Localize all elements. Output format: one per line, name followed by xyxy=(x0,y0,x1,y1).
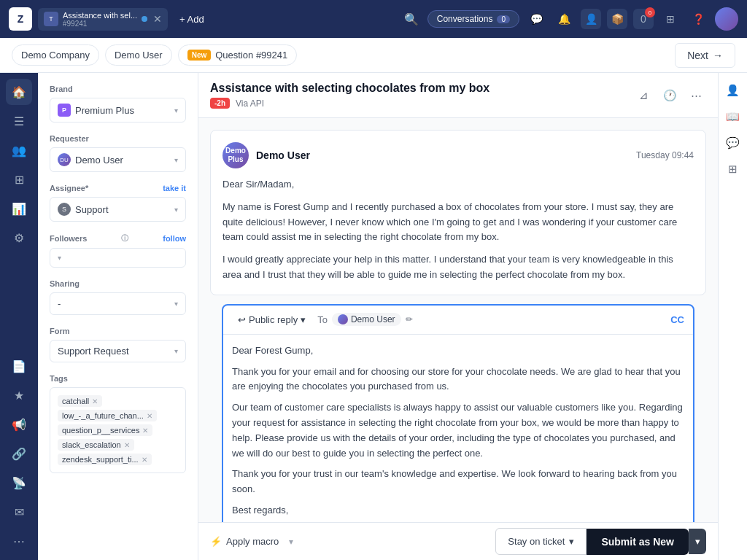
reply-area: ↩ Public reply ▾ To Demo User ✏ CC xyxy=(222,304,694,522)
message-avatar: DemoPlus xyxy=(222,142,249,168)
form-value: Support Request xyxy=(58,346,129,357)
document-icon[interactable]: 📄 xyxy=(6,353,32,379)
reply-greeting: Dear Forest Gump, xyxy=(232,343,684,359)
home-icon[interactable]: 🏠 xyxy=(6,79,32,105)
form-select[interactable]: Support Request ▾ xyxy=(50,340,186,362)
user-profile-icon[interactable]: 👤 xyxy=(721,79,745,102)
grid-icon[interactable]: ⊞ xyxy=(659,8,681,30)
tag-close-icon[interactable]: ✕ xyxy=(142,427,148,435)
tag-item[interactable]: slack_escalation ✕ xyxy=(58,439,134,451)
apply-macro-button[interactable]: ⚡ Apply macro ▾ xyxy=(210,536,495,547)
followers-section: Followers ⓘ follow ▾ xyxy=(50,233,186,268)
requester-select[interactable]: DU Demo User ▾ xyxy=(50,147,186,172)
followers-select[interactable]: ▾ xyxy=(50,248,186,268)
next-button[interactable]: Next → xyxy=(675,43,735,68)
submit-as-new-button[interactable]: Submit as New xyxy=(587,529,689,555)
ticket-tab[interactable]: T Assistance with sel... #99241 ✕ xyxy=(38,8,168,31)
more-options-icon[interactable]: ⋯ xyxy=(686,85,706,106)
tab-subtitle: #99241 xyxy=(63,20,137,28)
message-thread: DemoPlus Demo User Tuesday 09:44 Dear Si… xyxy=(198,118,718,522)
reply-body[interactable]: Dear Forest Gump, Thank you for your ema… xyxy=(223,335,693,522)
requester-section: Requester DU Demo User ▾ xyxy=(50,134,186,172)
ticket-header: Assistance with selecting chocolates fro… xyxy=(198,73,718,118)
help-icon[interactable]: ❓ xyxy=(687,8,709,30)
tag-close-icon[interactable]: ✕ xyxy=(142,456,147,464)
tag-close-icon[interactable]: ✕ xyxy=(147,412,152,420)
edit-recipient-icon[interactable]: ✏ xyxy=(406,314,413,324)
breadcrumb-company[interactable]: Demo Company xyxy=(12,44,99,66)
ticket-area: Assistance with selecting chocolates fro… xyxy=(198,73,718,560)
followers-label: Followers ⓘ follow xyxy=(50,233,186,244)
apps-icon[interactable]: ⊞ xyxy=(6,166,32,192)
requester-avatar: DU xyxy=(58,153,71,166)
brand-select[interactable]: P Premium Plus ▾ xyxy=(50,98,186,122)
conversations-label: Conversations xyxy=(437,14,493,24)
tag-text: low_-_a_future_chan... xyxy=(62,411,144,420)
submit-caret-button[interactable]: ▾ xyxy=(689,529,706,554)
assignee-select[interactable]: S Support ▾ xyxy=(50,197,186,222)
brand-label: Brand xyxy=(50,85,186,93)
tags-section: Tags catchall ✕ low_-_a_future_chan... ✕… xyxy=(50,374,186,473)
conversations-badge: 0 xyxy=(497,15,510,23)
next-arrow-icon: → xyxy=(713,50,723,61)
tag-close-icon[interactable]: ✕ xyxy=(92,397,98,405)
chat-icon[interactable]: 💬 xyxy=(525,8,547,30)
user-icon[interactable]: 👤 xyxy=(581,9,601,29)
tag-text: slack_escalation xyxy=(62,440,121,449)
add-button[interactable]: + Add xyxy=(174,11,210,28)
reply-type-label: Public reply xyxy=(249,314,298,325)
tag-close-icon[interactable]: ✕ xyxy=(124,441,130,449)
stay-on-ticket-button[interactable]: Stay on ticket ▾ xyxy=(495,528,587,555)
reports-icon[interactable]: 📊 xyxy=(6,195,32,222)
top-nav: Z T Assistance with sel... #99241 ✕ + Ad… xyxy=(0,0,747,38)
tag-item[interactable]: low_-_a_future_chan... ✕ xyxy=(58,410,157,421)
breadcrumb-user[interactable]: Demo User xyxy=(105,44,172,66)
tag-text: zendesk_support_ti... xyxy=(62,455,139,464)
search-icon[interactable]: 🔍 xyxy=(401,9,422,29)
reply-paragraph-1: Thank you for your email and for choosin… xyxy=(232,365,684,395)
book-icon[interactable]: 📖 xyxy=(721,105,745,128)
user-avatar[interactable] xyxy=(715,7,738,31)
take-it-link[interactable]: take it xyxy=(163,184,186,192)
tab-new-indicator xyxy=(142,16,147,22)
history-icon[interactable]: 🕐 xyxy=(659,85,680,106)
follow-link[interactable]: follow xyxy=(163,234,186,243)
tab-close-icon[interactable]: ✕ xyxy=(153,13,162,25)
people-icon[interactable]: 👥 xyxy=(6,137,32,163)
chat-right-icon[interactable]: 💬 xyxy=(721,131,745,155)
message-greeting: Dear Sir/Madam, xyxy=(222,177,694,192)
integration-icon[interactable]: 🔗 xyxy=(6,440,32,467)
brand-value: Premium Plus xyxy=(75,105,134,116)
email-icon[interactable]: ✉ xyxy=(6,499,32,525)
to-user-name: Demo User xyxy=(351,314,395,324)
ticket-title: Assistance with selecting chocolates fro… xyxy=(210,82,626,95)
bell-icon[interactable]: 🔔 xyxy=(553,8,575,30)
main-content: 🏠 ☰ 👥 ⊞ 📊 ⚙ 📄 ★ 📢 🔗 📡 ✉ ⋯ Brand P Premiu… xyxy=(0,73,747,560)
tag-item[interactable]: zendesk_support_ti... ✕ xyxy=(58,454,152,465)
cc-button[interactable]: CC xyxy=(670,314,684,325)
rss-icon[interactable]: 📡 xyxy=(6,470,32,496)
tag-item[interactable]: catchall ✕ xyxy=(58,395,102,407)
star-icon[interactable]: ★ xyxy=(6,382,32,408)
sharing-select[interactable]: - ▾ xyxy=(50,292,186,315)
box-icon[interactable]: 📦 xyxy=(607,9,627,29)
conversations-button[interactable]: Conversations 0 xyxy=(427,10,519,28)
tickets-icon[interactable]: ☰ xyxy=(6,108,32,134)
notification-count-icon[interactable]: 0 xyxy=(633,9,654,29)
reply-type-button[interactable]: ↩ Public reply ▾ xyxy=(232,311,311,328)
tags-container[interactable]: catchall ✕ low_-_a_future_chan... ✕ ques… xyxy=(50,387,186,473)
filter-icon[interactable]: ⊿ xyxy=(633,85,654,106)
bottom-bar: ⚡ Apply macro ▾ Stay on ticket ▾ Submit … xyxy=(198,522,718,560)
to-user-chip[interactable]: Demo User xyxy=(332,313,401,326)
settings-icon[interactable]: ⚙ xyxy=(6,225,32,251)
message-header: DemoPlus Demo User Tuesday 09:44 xyxy=(222,142,694,168)
reply-type-chevron-icon: ▾ xyxy=(301,314,306,325)
reply-back-icon: ↩ xyxy=(238,314,246,325)
breadcrumb-ticket[interactable]: New Question #99241 xyxy=(178,44,298,66)
grid-right-icon[interactable]: ⊞ xyxy=(721,158,745,181)
tag-item[interactable]: question_p__services ✕ xyxy=(58,424,152,436)
assignee-avatar: S xyxy=(58,203,71,216)
megaphone-icon[interactable]: 📢 xyxy=(6,411,32,438)
more-icon[interactable]: ⋯ xyxy=(6,528,32,554)
requester-inner: DU Demo User xyxy=(58,153,123,166)
